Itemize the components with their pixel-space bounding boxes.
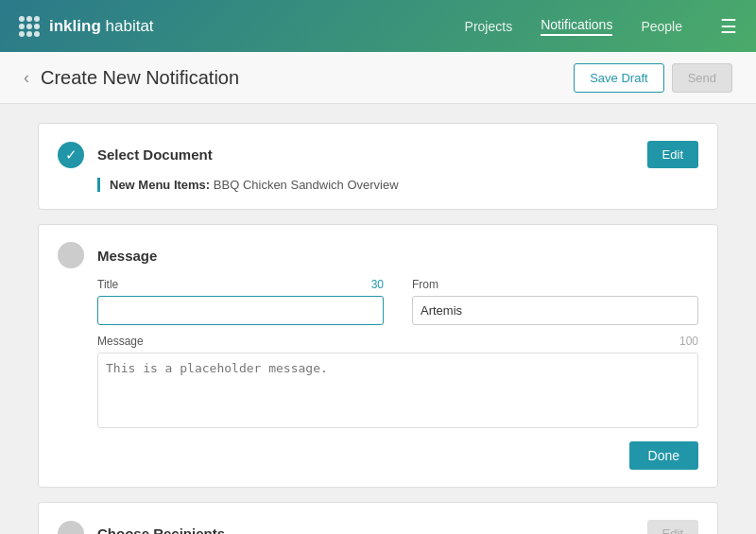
title-count: 30 [371,278,384,291]
logo-icon [19,16,40,37]
main-nav: Projects Notifications People ☰ [465,15,737,38]
message-form-row: Title 30 From [97,278,698,325]
message-textarea[interactable] [97,353,698,428]
message-title: Message [97,248,698,264]
message-body: Title 30 From Message 100 [97,278,698,470]
app-header: inkling habitat Projects Notifications P… [0,0,756,52]
nav-people[interactable]: People [641,19,682,34]
sub-header: ‹ Create New Notification Save Draft Sen… [0,52,756,104]
choose-recipients-header: Choose Recipients Edit [58,520,698,534]
choose-recipients-title: Choose Recipients [97,525,634,534]
from-input[interactable] [412,296,698,325]
from-field-header: From [412,278,698,291]
done-button[interactable]: Done [629,441,698,470]
message-header: Message [58,242,698,268]
message-count: 100 [679,335,698,348]
send-button: Send [672,63,732,93]
nav-projects[interactable]: Projects [465,19,513,34]
select-document-title: Select Document [97,146,634,163]
choose-recipients-edit-button: Edit [647,520,698,534]
doc-label: New Menu Items: [110,178,210,192]
select-document-card: ✓ Select Document Edit New Menu Items: B… [38,123,718,210]
from-field-col: From [412,278,698,325]
title-input[interactable] [97,296,384,325]
doc-value: BBQ Chicken Sandwich Overview [214,178,399,192]
main-content: ✓ Select Document Edit New Menu Items: B… [0,104,756,534]
message-card: Message Title 30 From [38,224,718,488]
title-field-col: Title 30 [97,278,384,325]
choose-recipients-card: Choose Recipients Edit Send to Everyone … [38,502,718,534]
title-field-header: Title 30 [97,278,384,291]
title-label: Title [97,278,118,291]
back-button[interactable]: ‹ [24,68,29,88]
step1-circle: ✓ [58,142,84,168]
select-document-header: ✓ Select Document Edit [58,141,698,168]
step2-circle [58,242,84,268]
step3-circle [58,521,84,535]
from-label: From [412,278,438,291]
logo-text: inkling habitat [49,17,154,36]
save-draft-button[interactable]: Save Draft [574,63,663,93]
page-title: Create New Notification [41,67,574,89]
message-label: Message [97,335,144,348]
nav-notifications[interactable]: Notifications [541,17,612,36]
select-document-edit-button[interactable]: Edit [647,141,698,168]
hamburger-icon[interactable]: ☰ [720,15,737,38]
message-field-col: Message 100 [97,335,698,432]
message-field-header: Message 100 [97,335,698,348]
document-info: New Menu Items: BBQ Chicken Sandwich Ove… [97,178,698,192]
logo-area: inkling habitat [19,16,465,37]
